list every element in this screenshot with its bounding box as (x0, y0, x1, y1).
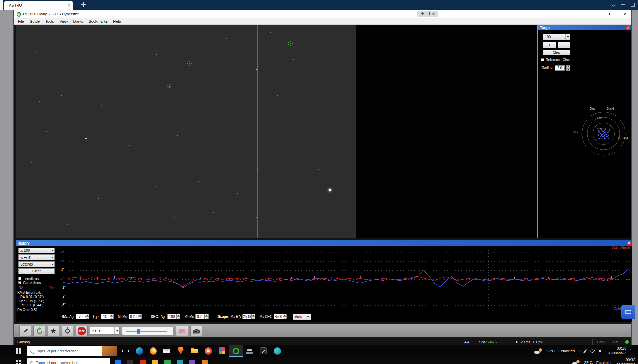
notification-icon[interactable] (630, 349, 635, 353)
taskbar-clock: 00:38 20/08/2023 (616, 358, 635, 364)
ra-series-label[interactable]: RA (19, 286, 23, 290)
dec-series-label[interactable]: Dec (49, 286, 55, 290)
graph-xscale-select[interactable]: x: 100 (18, 248, 55, 253)
star (336, 93, 336, 94)
star (119, 76, 119, 77)
history-close-icon[interactable] (627, 241, 631, 245)
dome-icon[interactable] (243, 345, 256, 357)
phd2-icon[interactable] (229, 345, 243, 357)
firefox-icon[interactable] (146, 345, 160, 357)
camera-settings-button[interactable] (190, 326, 202, 336)
loop-exposures-button[interactable] (33, 326, 45, 336)
tab-close-icon[interactable] (67, 4, 70, 7)
menu-darks[interactable]: Darks (70, 19, 86, 23)
slider-thumb[interactable] (137, 329, 140, 334)
teal-app-icon[interactable] (270, 345, 284, 357)
graph-yscale-select[interactable]: y: +/-4" (18, 254, 55, 260)
pen-icon[interactable] (584, 349, 587, 353)
target-zoom-out-button[interactable]: - (558, 42, 570, 48)
fullscreen-icon[interactable] (427, 12, 430, 15)
taskbar-search[interactable]: Taper ici pour rechercher (27, 346, 117, 356)
corrections-checkbox[interactable] (18, 281, 21, 284)
dark-app-icon[interactable] (124, 357, 136, 364)
yellow-app-icon[interactable] (149, 357, 161, 364)
star (77, 66, 78, 67)
target-pane: Target 100 + - Clear Reference Circle Ra… (538, 25, 631, 238)
weather-icon[interactable] (534, 348, 543, 354)
explorer-icon[interactable] (188, 345, 201, 357)
touch-keyboard-button[interactable] (621, 305, 635, 319)
taskbar-search[interactable]: Taper ici pour rechercher (27, 358, 110, 364)
start-button[interactable] (10, 357, 27, 364)
tray-chevron-up-icon[interactable] (578, 350, 581, 353)
target-clear-button[interactable]: Clear (543, 50, 570, 55)
star (67, 224, 68, 225)
auto-select-star-button[interactable] (48, 326, 59, 336)
start-button[interactable] (10, 345, 27, 357)
brain-button[interactable] (176, 326, 188, 336)
target-zoom-select[interactable]: 100 (543, 34, 570, 40)
exposure-select[interactable]: 2.0 s (90, 327, 120, 335)
menu-help[interactable]: Help (110, 19, 124, 23)
red-swirl-icon[interactable] (201, 345, 215, 357)
wifi-icon[interactable] (589, 349, 595, 353)
browser-tab-astro[interactable]: ASTRO (4, 1, 73, 10)
taskbar-clock[interactable]: 00:38 20/08/2023 (607, 346, 626, 356)
chevron-down-icon (565, 34, 570, 40)
search-highlight-image[interactable] (102, 346, 117, 356)
svg-text:1": 1" (599, 122, 602, 125)
corrections-label: Corrections (23, 281, 41, 285)
new-tab-icon[interactable] (81, 2, 86, 7)
tabbar-expand-icon[interactable] (631, 3, 635, 7)
menu-view[interactable]: View (57, 19, 71, 23)
status-cal: Cal (609, 339, 622, 345)
history-pane-header[interactable]: History (16, 240, 632, 246)
minimize-button[interactable] (590, 10, 604, 18)
menu-file[interactable]: File (15, 19, 27, 23)
connect-equipment-button[interactable] (19, 326, 31, 336)
violet-app-icon[interactable] (186, 357, 199, 364)
close-button[interactable] (618, 10, 631, 18)
dec-aggression-field (167, 314, 180, 319)
red-app-icon[interactable] (136, 357, 149, 364)
radius-input[interactable] (555, 65, 565, 71)
graph-clear-button[interactable]: Clear (18, 268, 55, 274)
menu-tools[interactable]: Tools (42, 19, 57, 23)
weather-temp[interactable]: 22°C (546, 349, 555, 353)
weather-condition[interactable]: Eclaircies (558, 349, 575, 353)
menu-guide[interactable]: Guide (27, 19, 42, 23)
graph-settings-select[interactable]: Settings (18, 261, 55, 267)
edge-icon[interactable] (132, 345, 146, 357)
guide-camera-view[interactable] (16, 25, 356, 238)
guide-button[interactable] (62, 326, 73, 336)
brave-icon[interactable] (174, 345, 188, 357)
target-close-icon[interactable] (626, 25, 630, 30)
green-app-icon[interactable] (161, 357, 174, 364)
mail-icon[interactable] (160, 345, 174, 357)
orange-app-icon[interactable] (199, 357, 211, 364)
menu-bookmarks[interactable]: Bookmarks (86, 19, 110, 23)
target-zoom-in-button[interactable]: + (543, 42, 556, 48)
grid-icon[interactable] (421, 12, 424, 15)
teal-app-icon[interactable] (174, 357, 186, 364)
overlay-toolbar[interactable] (417, 11, 438, 17)
blue-app-icon[interactable] (112, 357, 124, 364)
radius-spinner[interactable] (566, 65, 570, 71)
photos-icon[interactable] (215, 345, 229, 357)
task-view-icon[interactable] (119, 345, 132, 357)
chevron-down-icon[interactable] (432, 12, 435, 14)
trendlines-checkbox[interactable] (18, 277, 21, 280)
chevron-down-icon[interactable] (611, 2, 615, 6)
star (277, 95, 278, 96)
speaker-icon[interactable] (599, 349, 604, 353)
tabbar-minimize-icon[interactable] (621, 4, 625, 5)
crosshair-horizontal (16, 170, 356, 170)
gamma-slider[interactable] (122, 327, 174, 335)
stop-button[interactable]: STOP (76, 326, 88, 336)
target-pane-header[interactable]: Target (538, 25, 631, 30)
reference-circle-checkbox[interactable] (541, 58, 544, 61)
pen-app-icon[interactable] (256, 345, 270, 357)
maximize-button[interactable] (604, 10, 618, 18)
dec-guide-mode-select[interactable]: Auto (293, 314, 311, 320)
menu-bar: File Guide Tools View Darks Bookmarks He… (14, 18, 631, 25)
